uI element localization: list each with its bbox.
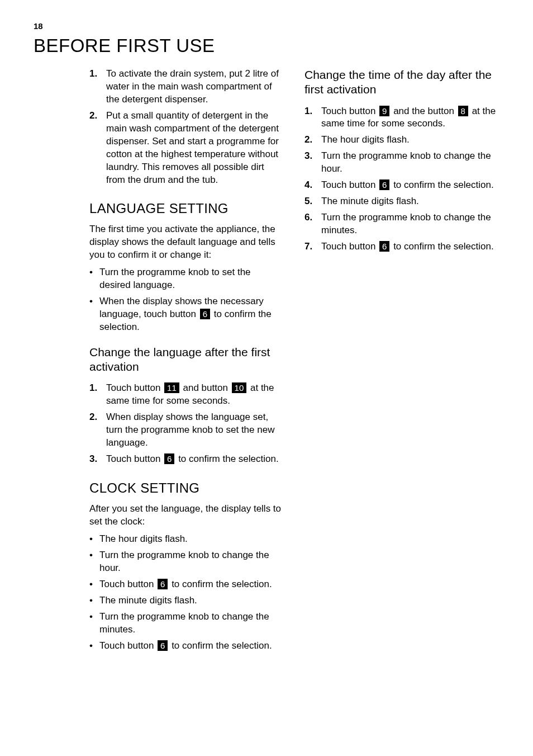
step-text: When display shows the language set, tur… <box>106 411 284 450</box>
language-setting-bullets: • Turn the programme knob to set the des… <box>89 266 284 334</box>
bullet-text: When the display shows the necessary lan… <box>99 295 284 334</box>
list-item: • Turn the programme knob to change the … <box>89 549 284 575</box>
clock-setting-title: CLOCK SETTING <box>89 480 284 496</box>
list-item: • Turn the programme knob to change the … <box>89 611 284 636</box>
text-fragment: to confirm the selection. <box>391 179 493 190</box>
step-text: Turn the programme knob to change the mi… <box>321 211 499 237</box>
bullet-text: The minute digits flash. <box>99 594 284 607</box>
change-time-steps: 1. Touch button 9 and the button 8 at th… <box>304 105 499 253</box>
list-item: 2. When display shows the language set, … <box>89 411 284 450</box>
list-item: • The hour digits flash. <box>89 533 284 546</box>
list-item: 3. Touch button 6 to confirm the selecti… <box>89 453 284 466</box>
bullet-icon: • <box>89 295 99 334</box>
language-setting-intro: The first time you activate the applianc… <box>89 223 284 262</box>
list-item: 5. The minute digits flash. <box>304 195 499 208</box>
left-column: 1. To activate the drain system, put 2 l… <box>89 68 284 655</box>
text-fragment: to confirm the selection. <box>175 453 278 464</box>
content-columns: 1. To activate the drain system, put 2 l… <box>34 68 499 655</box>
bullet-text: Turn the programme knob to change the ho… <box>99 549 284 575</box>
step-number: 1. <box>89 68 106 106</box>
step-text: The minute digits flash. <box>321 195 499 208</box>
list-item: 7. Touch button 6 to confirm the selecti… <box>304 240 499 253</box>
step-text: To activate the drain system, put 2 litr… <box>106 68 284 106</box>
step-number: 2. <box>89 110 106 187</box>
bullet-text: Touch button 6 to confirm the selection. <box>99 578 284 591</box>
bullet-icon: • <box>89 549 99 575</box>
bullet-icon: • <box>89 611 99 636</box>
text-fragment: and button <box>180 382 231 393</box>
list-item: 2. Put a small quantity of detergent in … <box>89 110 284 187</box>
initial-steps-list: 1. To activate the drain system, put 2 l… <box>89 68 284 186</box>
bullet-icon: • <box>89 266 99 292</box>
text-fragment: Touch button <box>321 106 378 116</box>
step-text: Touch button 6 to confirm the selection. <box>321 240 499 253</box>
button-ref-icon: 6 <box>158 579 168 589</box>
step-text: Touch button 9 and the button 8 at the s… <box>321 105 499 131</box>
list-item: • Touch button 6 to confirm the selectio… <box>89 578 284 591</box>
step-text: Turn the programme knob to change the ho… <box>321 150 499 176</box>
text-fragment: to confirm the selection. <box>169 640 272 651</box>
list-item: 1. Touch button 9 and the button 8 at th… <box>304 105 499 131</box>
button-ref-icon: 11 <box>164 382 179 393</box>
button-ref-icon: 8 <box>458 106 468 116</box>
list-item: 4. Touch button 6 to confirm the selecti… <box>304 179 499 192</box>
text-fragment: to confirm the selection. <box>169 579 272 589</box>
step-number: 2. <box>304 134 321 147</box>
button-ref-icon: 6 <box>158 640 168 651</box>
bullet-icon: • <box>89 640 99 653</box>
step-text: Touch button 6 to confirm the selection. <box>321 179 499 192</box>
bullet-text: Touch button 6 to confirm the selection. <box>99 640 284 653</box>
step-number: 1. <box>89 382 106 408</box>
text-fragment: Touch button <box>99 640 156 651</box>
right-column: Change the time of the day after the fir… <box>304 68 499 655</box>
button-ref-icon: 6 <box>200 309 210 319</box>
change-language-steps: 1. Touch button 11 and button 10 at the … <box>89 382 284 466</box>
language-setting-title: LANGUAGE SETTING <box>89 201 284 216</box>
list-item: 3. Turn the programme knob to change the… <box>304 150 499 176</box>
bullet-icon: • <box>89 533 99 546</box>
step-number: 3. <box>89 453 106 466</box>
bullet-text: The hour digits flash. <box>99 533 284 546</box>
list-item: 6. Turn the programme knob to change the… <box>304 211 499 237</box>
step-number: 6. <box>304 211 321 237</box>
list-item: • When the display shows the necessary l… <box>89 295 284 334</box>
step-number: 3. <box>304 150 321 176</box>
text-fragment: Touch button <box>99 579 156 589</box>
clock-setting-intro: After you set the language, the display … <box>89 503 284 528</box>
page: 18 BEFORE FIRST USE 1. To activate the d… <box>0 0 533 756</box>
step-number: 2. <box>89 411 106 450</box>
button-ref-icon: 6 <box>164 453 174 464</box>
list-item: 2. The hour digits flash. <box>304 134 499 147</box>
step-number: 1. <box>304 105 321 131</box>
page-number: 18 <box>34 21 499 31</box>
step-number: 5. <box>304 195 321 208</box>
text-fragment: Touch button <box>106 453 163 464</box>
step-text: Touch button 6 to confirm the selection. <box>106 453 284 466</box>
text-fragment: and the button <box>391 106 456 116</box>
clock-setting-bullets: • The hour digits flash. • Turn the prog… <box>89 533 284 653</box>
step-text: Touch button 11 and button 10 at the sam… <box>106 382 284 408</box>
step-number: 7. <box>304 240 321 253</box>
bullet-text: Turn the programme knob to set the desir… <box>99 266 284 292</box>
list-item: • The minute digits flash. <box>89 594 284 607</box>
text-fragment: to confirm the selection. <box>391 241 493 252</box>
list-item: • Touch button 6 to confirm the selectio… <box>89 640 284 653</box>
bullet-icon: • <box>89 594 99 607</box>
button-ref-icon: 9 <box>379 106 389 116</box>
list-item: • Turn the programme knob to set the des… <box>89 266 284 292</box>
list-item: 1. To activate the drain system, put 2 l… <box>89 68 284 106</box>
button-ref-icon: 10 <box>232 382 247 393</box>
button-ref-icon: 6 <box>379 241 389 252</box>
text-fragment: Touch button <box>321 241 378 252</box>
step-number: 4. <box>304 179 321 192</box>
text-fragment: Touch button <box>106 382 163 393</box>
bullet-icon: • <box>89 578 99 591</box>
step-text: Put a small quantity of detergent in the… <box>106 110 284 187</box>
list-item: 1. Touch button 11 and button 10 at the … <box>89 382 284 408</box>
step-text: The hour digits flash. <box>321 134 499 147</box>
main-title: BEFORE FIRST USE <box>34 35 499 56</box>
button-ref-icon: 6 <box>379 179 389 190</box>
change-time-title: Change the time of the day after the fir… <box>304 68 499 97</box>
text-fragment: Touch button <box>321 179 378 190</box>
change-language-title: Change the language after the first acti… <box>89 345 284 375</box>
